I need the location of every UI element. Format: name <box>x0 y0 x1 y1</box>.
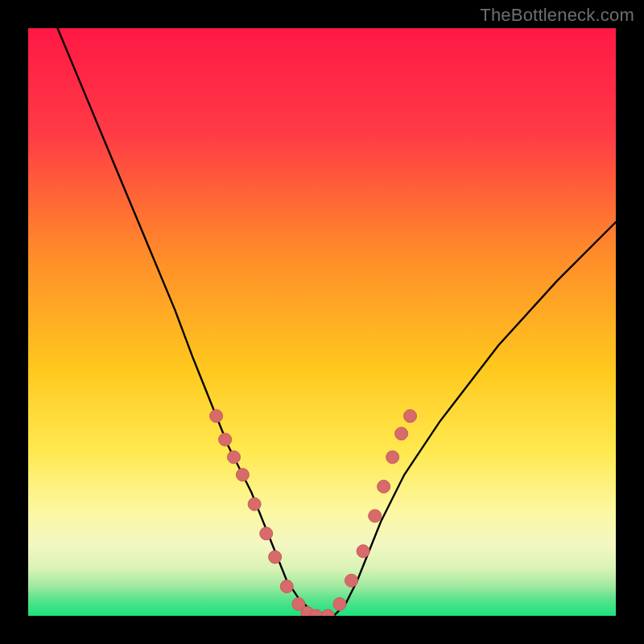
sample-dot <box>395 427 408 440</box>
chart-frame: TheBottleneck.com <box>0 0 644 644</box>
sample-dot <box>333 597 346 610</box>
sample-dot <box>280 580 293 593</box>
sample-dot <box>228 451 241 464</box>
sample-dot <box>369 510 382 522</box>
sample-dot <box>378 480 390 493</box>
sample-dot <box>357 545 369 558</box>
curve-layer <box>28 28 616 616</box>
sample-dot <box>210 410 223 423</box>
plot-area <box>28 28 616 616</box>
watermark-text: TheBottleneck.com <box>480 5 634 26</box>
sample-dot <box>260 527 273 540</box>
sample-dot <box>404 410 417 423</box>
sample-dot <box>219 433 232 446</box>
sample-dot <box>345 574 358 587</box>
sample-dot <box>248 497 261 510</box>
sample-dot <box>386 451 399 464</box>
sample-dot <box>269 551 282 564</box>
bottleneck-curve <box>58 28 617 616</box>
sample-dot <box>321 609 334 616</box>
sample-dot <box>236 469 249 481</box>
